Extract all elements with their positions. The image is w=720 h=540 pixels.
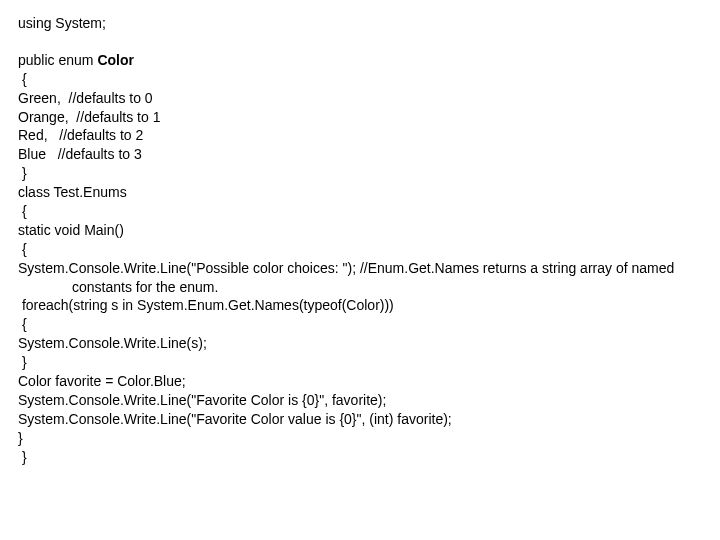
- code-line: using System;: [18, 14, 702, 33]
- keyword-span: public enum: [18, 52, 97, 68]
- code-line: Red, //defaults to 2: [18, 126, 702, 145]
- code-line: foreach(string s in System.Enum.Get.Name…: [18, 296, 702, 315]
- code-line: }: [18, 164, 702, 183]
- code-page: using System; public enum Color { Green,…: [0, 0, 720, 540]
- code-line: System.Console.Write.Line("Favorite Colo…: [18, 410, 702, 429]
- code-line: Green, //defaults to 0: [18, 89, 702, 108]
- code-line: Blue //defaults to 3: [18, 145, 702, 164]
- code-line: System.Console.Write.Line("Favorite Colo…: [18, 391, 702, 410]
- blank-line: [18, 33, 702, 51]
- code-line: static void Main(): [18, 221, 702, 240]
- code-line: }: [18, 353, 702, 372]
- code-line: }: [18, 448, 702, 467]
- code-line: class Test.Enums: [18, 183, 702, 202]
- code-line: {: [18, 240, 702, 259]
- code-line: }: [18, 429, 702, 448]
- code-line: System.Console.Write.Line(s);: [18, 334, 702, 353]
- code-line: {: [18, 202, 702, 221]
- type-name: Color: [97, 52, 134, 68]
- code-line: {: [18, 70, 702, 89]
- code-line: {: [18, 315, 702, 334]
- code-line: Orange, //defaults to 1: [18, 108, 702, 127]
- code-line: Color favorite = Color.Blue;: [18, 372, 702, 391]
- code-line-wrapped: System.Console.Write.Line("Possible colo…: [18, 259, 702, 297]
- code-line: public enum Color: [18, 51, 702, 70]
